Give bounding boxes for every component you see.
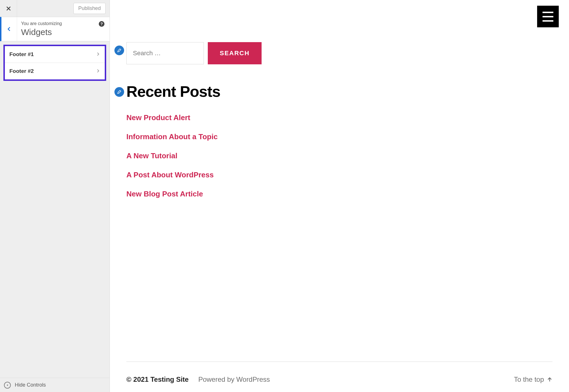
close-icon [6, 6, 11, 11]
chevron-right-icon [96, 51, 100, 58]
hamburger-icon [543, 12, 553, 13]
list-item: Information About a Topic [126, 132, 262, 141]
publish-status-button[interactable]: Published [73, 3, 106, 14]
widget-area-footer-1[interactable]: Footer #1 [5, 46, 105, 63]
search-button[interactable]: SEARCH [208, 42, 262, 64]
arrow-up-icon [547, 377, 552, 382]
post-link[interactable]: A New Tutorial [126, 151, 177, 160]
close-button[interactable] [0, 0, 17, 17]
site-preview: SEARCH Recent Posts New Product Alert In… [110, 0, 569, 392]
to-the-top-link[interactable]: To the top [514, 375, 552, 383]
collapse-icon [4, 382, 11, 389]
post-link[interactable]: New Product Alert [126, 113, 190, 122]
widget-area-footer-2[interactable]: Footer #2 [5, 63, 105, 79]
widget-areas-highlight-box: Footer #1 Footer #2 [3, 45, 106, 81]
widget-area-label: Footer #1 [9, 51, 34, 58]
menu-toggle-button[interactable] [537, 6, 559, 27]
edit-shortcut-recent-posts[interactable] [114, 87, 124, 97]
list-item: A Post About WordPress [126, 171, 262, 179]
help-icon[interactable]: ? [99, 21, 104, 27]
svg-marker-2 [7, 384, 8, 386]
post-link[interactable]: Information About a Topic [126, 132, 218, 141]
search-input[interactable] [126, 42, 204, 64]
footer-copyright: © 2021 Testing Site [126, 375, 189, 383]
sidebar-header: You are customizing Widgets ? [0, 17, 110, 41]
chevron-left-icon [7, 26, 12, 32]
sidebar-topbar: Published [0, 0, 110, 17]
footer-powered-by[interactable]: Powered by WordPress [198, 375, 270, 383]
back-button[interactable] [1, 17, 17, 41]
sidebar-header-text: You are customizing Widgets ? [17, 17, 110, 41]
pencil-icon [117, 90, 122, 94]
chevron-right-icon [96, 68, 100, 74]
to-top-label: To the top [514, 375, 544, 383]
list-item: New Product Alert [126, 113, 262, 122]
pencil-icon [117, 48, 122, 53]
search-widget: SEARCH [126, 42, 262, 64]
list-item: A New Tutorial [126, 151, 262, 160]
recent-posts-widget: Recent Posts New Product Alert Informati… [126, 83, 262, 198]
customizer-sidebar: Published You are customizing Widgets ? … [0, 0, 110, 392]
hide-controls-button[interactable]: Hide Controls [0, 378, 110, 392]
widget-area-label: Footer #2 [9, 68, 34, 74]
hide-controls-label: Hide Controls [15, 382, 46, 388]
customizing-subtitle: You are customizing [21, 21, 107, 26]
list-item: New Blog Post Article [126, 190, 262, 198]
panel-title: Widgets [21, 27, 107, 37]
post-link[interactable]: A Post About WordPress [126, 171, 214, 179]
edit-shortcut-search[interactable] [114, 46, 124, 55]
site-footer: © 2021 Testing Site Powered by WordPress… [126, 362, 552, 383]
post-link[interactable]: New Blog Post Article [126, 190, 203, 198]
recent-posts-heading: Recent Posts [126, 83, 262, 100]
